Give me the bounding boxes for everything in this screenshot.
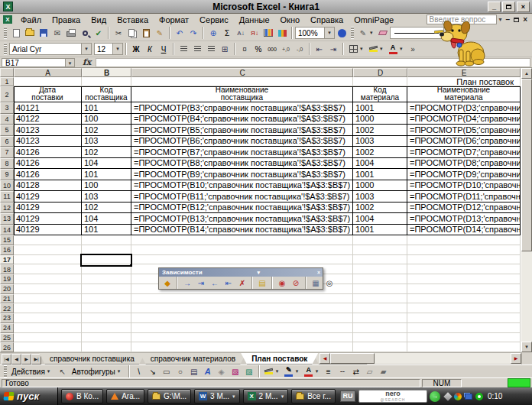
redo-icon[interactable]: ↷ [187,27,200,40]
row-header-14[interactable]: 14 [0,225,14,236]
dependencies-toolbar-titlebar[interactable]: Зависимости ▾ × [159,268,323,277]
cell-d18[interactable] [353,264,407,274]
cell-c7[interactable]: =ПРОСМОТР(B7;'справочник поставщика'!$A$… [131,147,353,158]
merge-center-icon[interactable]: ⊞ [218,43,232,56]
row-header-18[interactable]: 18 [0,264,14,274]
toolbar-options-icon[interactable]: » [406,43,420,56]
toolbar-grip[interactable] [4,27,7,39]
clear-validation-circles-icon[interactable]: ⊘ [289,277,303,290]
first-sheet-icon[interactable]: |◀ [2,354,11,364]
cell-a22[interactable] [14,303,82,313]
spelling-icon[interactable]: ✔ [92,27,105,40]
toolbar-grip[interactable] [4,43,7,55]
decrease-indent-icon[interactable]: ⇤ [313,43,326,56]
cell-c6[interactable]: =ПРОСМОТР(B6;'справочник поставщика'!$A$… [131,136,353,147]
cell-d11[interactable]: 1003 [353,191,407,202]
cell-d15[interactable] [353,235,407,245]
cell-e6[interactable]: =ПРОСМОТР(D6;'справочник [407,136,521,147]
format-painter-icon[interactable]: ✎ [153,27,167,40]
oval-icon[interactable]: ○ [174,365,187,378]
fill-color-icon[interactable] [366,43,380,56]
cell-b25[interactable] [82,333,131,343]
cell-a5[interactable]: 40123 [14,125,82,136]
cell-d16[interactable] [353,245,407,255]
remove-dependent-arrows-icon[interactable]: ⇤ [222,277,235,290]
cell-d9[interactable]: 1001 [353,169,407,180]
align-left-icon[interactable] [177,43,190,56]
rectangle-icon[interactable]: ▭ [160,365,174,378]
cell-c9[interactable]: =ПРОСМОТР(B9;'справочник поставщика'!$A$… [131,169,353,180]
vertical-scrollbar-thumb[interactable] [521,79,532,251]
autosum-icon[interactable]: Σ [220,27,234,40]
row-header-12[interactable]: 12 [0,202,14,214]
sheet-tab-1[interactable]: справочник поставщика [39,353,145,364]
trace-dependents-icon[interactable]: ← [208,277,222,290]
cell-c17[interactable] [131,255,353,265]
email-icon[interactable]: ✉ [50,27,64,40]
cell-e18[interactable] [407,264,521,274]
cell-c16[interactable] [131,245,353,255]
zoom-combo[interactable]: 100%▾ [295,27,335,39]
cell-e7[interactable]: =ПРОСМОТР(D7;'справочник [407,147,521,158]
cell-d20[interactable] [353,284,407,294]
cell-b20[interactable] [82,284,131,294]
cell-a21[interactable] [14,294,82,304]
language-indicator[interactable]: RU [340,390,355,402]
cell-b13[interactable]: 104 [82,213,131,225]
diagram-icon[interactable]: ◈ [215,365,229,378]
print-preview-icon[interactable] [78,27,92,40]
row-header-26[interactable]: 26 [0,342,14,352]
cell-d6[interactable]: 1003 [353,136,407,147]
cell-c3[interactable]: =ПРОСМОТР(B3;'справочник поставщика'!$A$… [131,102,353,114]
cell-a20[interactable] [14,284,82,294]
column-header-d[interactable]: D [353,68,407,77]
sheet-tab-2[interactable]: справочник материалов [140,353,246,364]
copy-icon[interactable] [125,27,139,40]
row-header-8[interactable]: 8 [0,158,14,170]
cell-d25[interactable] [353,333,407,343]
cell-b26[interactable] [82,342,131,352]
decrease-decimal-icon[interactable]: -,0 [293,43,307,56]
scroll-down-icon[interactable]: ▼ [521,342,532,352]
column-header-a[interactable]: A [14,68,82,77]
cell-e11[interactable]: =ПРОСМОТР(D11;'справочни [407,191,521,202]
cell-e3[interactable]: =ПРОСМОТР(D3;'справочник [407,102,521,114]
cell-a13[interactable]: 40129 [14,213,82,225]
sort-ascending-icon[interactable]: А↓ [234,27,248,40]
horizontal-scrollbar-thumb[interactable] [330,353,375,364]
cell-d4[interactable]: 1000 [353,114,407,125]
cell-e14[interactable]: =ПРОСМОТР(D14;'справочни [407,225,521,236]
paste-icon[interactable] [139,27,153,40]
scroll-up-icon[interactable]: ▲ [521,68,532,79]
cell-e17[interactable] [407,255,521,265]
name-box[interactable]: B17 [2,58,66,67]
row-header-6[interactable]: 6 [0,136,14,147]
cell-b23[interactable] [82,313,131,323]
vertical-scrollbar[interactable]: ▲ ▼ [521,68,532,352]
cell-a1[interactable] [14,77,82,86]
sort-descending-icon[interactable]: Я↓ [248,27,261,40]
last-sheet-icon[interactable]: ▶| [31,354,41,364]
error-checking-icon[interactable]: ◆ [161,277,174,290]
workbook-close-button[interactable]: × [523,15,527,24]
align-right-icon[interactable] [204,43,218,56]
trace-precedents-icon[interactable]: → [180,277,194,290]
cell-e25[interactable] [407,333,521,343]
help-icon[interactable] [335,27,349,40]
menu-item-формат[interactable]: Формат [154,15,194,25]
cell-c25[interactable] [131,333,353,343]
row-header-13[interactable]: 13 [0,213,14,225]
autoshapes-menu-button[interactable]: Автофигуры▾ [70,367,126,377]
cell-a17[interactable] [14,255,82,265]
color-app-tray-icon[interactable] [454,393,462,400]
font-name-combo[interactable]: Arial Cyr▾ [9,43,92,55]
cell-a4[interactable]: 40122 [14,114,82,125]
search-go-icon[interactable]: → [430,391,440,402]
cell-b21[interactable] [82,294,131,304]
row-header-2[interactable]: 2 [0,86,14,102]
cell-d13[interactable]: 1004 [353,213,407,225]
percent-icon[interactable]: % [251,43,265,56]
office-assistant-dog[interactable] [434,21,494,68]
cell-b11[interactable]: 103 [82,191,131,202]
dash-style-icon[interactable]: ╌ [336,365,349,378]
